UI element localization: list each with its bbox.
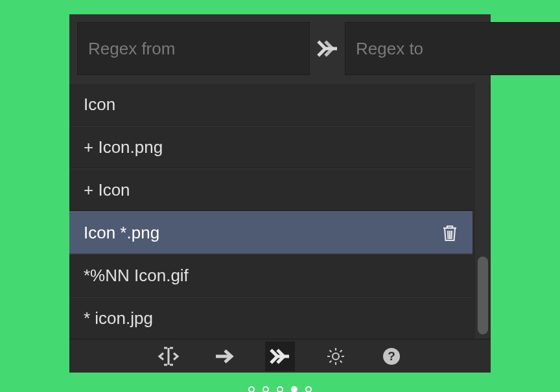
list-item[interactable]: * icon.jpg	[69, 297, 472, 339]
list-item[interactable]: Icon	[69, 83, 472, 126]
page-dot[interactable]	[277, 386, 283, 392]
scrollbar-thumb[interactable]	[478, 257, 488, 334]
pattern-list-wrap: Icon+ Icon.png+ IconIcon *.png *%NN Icon…	[69, 83, 491, 339]
list-item[interactable]: + Icon	[69, 168, 472, 211]
bottom-toolbar: ?	[69, 339, 491, 373]
svg-point-7	[332, 353, 339, 360]
page-indicator	[69, 386, 491, 392]
inputs-row	[69, 14, 491, 83]
list-item-label: + Icon	[84, 180, 130, 200]
page-dot[interactable]	[291, 386, 298, 392]
gear-icon[interactable]	[321, 341, 351, 371]
text-cursor-icon[interactable]	[154, 341, 183, 371]
regex-to-input[interactable]	[345, 22, 560, 75]
list-item-label: * icon.jpg	[84, 308, 153, 329]
page-dot[interactable]	[262, 386, 269, 392]
list-item[interactable]: *%NN Icon.gif	[69, 254, 472, 297]
regex-panel: Icon+ Icon.png+ IconIcon *.png *%NN Icon…	[69, 14, 491, 373]
list-item-label: Icon *.png	[84, 223, 159, 243]
list-item-label: *%NN Icon.gif	[84, 266, 189, 286]
list-item-label: Icon	[84, 95, 115, 115]
arrow-right-icon[interactable]	[209, 341, 239, 371]
svg-text:?: ?	[388, 349, 395, 363]
regex-from-input[interactable]	[77, 22, 310, 75]
double-arrow-right-icon	[316, 33, 338, 64]
scrollbar-track[interactable]	[475, 83, 489, 339]
list-item-label: + Icon.png	[84, 137, 163, 157]
double-arrow-right-icon[interactable]	[265, 341, 295, 371]
trash-icon[interactable]	[440, 223, 460, 242]
svg-line-1	[448, 231, 449, 239]
page-dot[interactable]	[248, 386, 255, 392]
pattern-list[interactable]: Icon+ Icon.png+ IconIcon *.png *%NN Icon…	[69, 83, 472, 339]
list-item[interactable]: + Icon.png	[69, 126, 472, 168]
page-dot[interactable]	[305, 386, 312, 392]
svg-line-3	[452, 231, 452, 239]
list-item[interactable]: Icon *.png	[69, 211, 472, 254]
help-icon[interactable]: ?	[377, 341, 406, 371]
